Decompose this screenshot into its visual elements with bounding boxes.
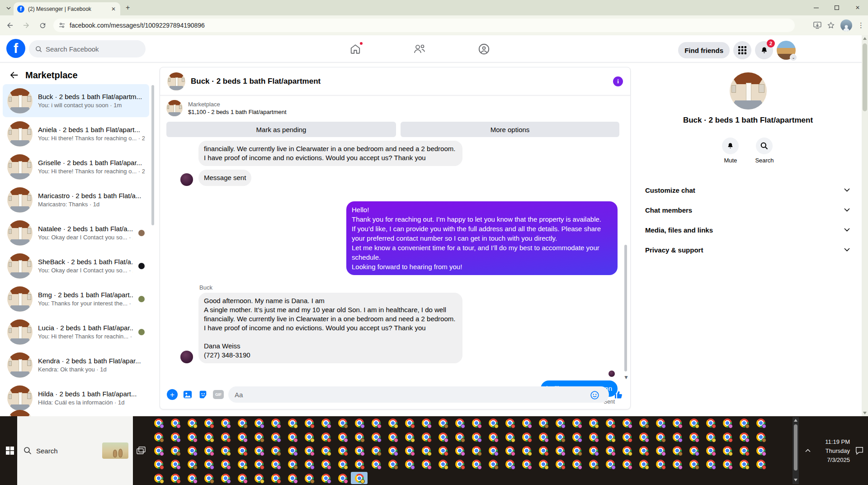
- chrome-window-icon[interactable]: [535, 444, 552, 457]
- scroll-up-icon[interactable]: [794, 419, 797, 422]
- chrome-window-icon[interactable]: [401, 444, 418, 457]
- chrome-window-icon[interactable]: [301, 457, 317, 471]
- chrome-window-icon[interactable]: [468, 457, 485, 471]
- chrome-window-icon[interactable]: [702, 457, 719, 471]
- chrome-window-icon[interactable]: [351, 457, 368, 471]
- chrome-window-icon[interactable]: [685, 457, 702, 471]
- chrome-window-icon[interactable]: [752, 430, 769, 443]
- chrome-window-icon[interactable]: [418, 444, 434, 457]
- chrome-window-icon[interactable]: [552, 416, 568, 430]
- chrome-window-icon[interactable]: [150, 471, 167, 485]
- chrome-window-icon[interactable]: [468, 430, 485, 443]
- chrome-window-icon[interactable]: [250, 416, 267, 430]
- chrome-window-icon[interactable]: [167, 457, 184, 471]
- details-section-row[interactable]: Media, files and links: [634, 220, 862, 240]
- chrome-window-icon[interactable]: [501, 444, 518, 457]
- chrome-window-icon[interactable]: [518, 444, 535, 457]
- chrome-window-icon[interactable]: [217, 416, 234, 430]
- taskbar-clock[interactable]: 11:19 PM Thursday 7/3/2025: [812, 437, 850, 465]
- chrome-window-icon[interactable]: [184, 430, 200, 443]
- chrome-window-icon[interactable]: [250, 444, 267, 457]
- chrome-window-icon[interactable]: [267, 430, 284, 443]
- chrome-window-icon[interactable]: [217, 430, 234, 443]
- chrome-window-icon[interactable]: [334, 430, 351, 443]
- chrome-window-icon[interactable]: [200, 430, 217, 443]
- chrome-window-icon[interactable]: [602, 444, 618, 457]
- chrome-window-icon[interactable]: [602, 416, 618, 430]
- chrome-window-icon[interactable]: [184, 444, 200, 457]
- chrome-window-icon[interactable]: [685, 444, 702, 457]
- chrome-window-icon[interactable]: [401, 430, 418, 443]
- chrome-window-icon[interactable]: [602, 430, 618, 443]
- profile-avatar[interactable]: ⌄: [777, 41, 796, 60]
- chrome-window-icon[interactable]: [719, 416, 736, 430]
- chrome-window-icon[interactable]: [635, 444, 652, 457]
- chrome-window-icon[interactable]: [267, 457, 284, 471]
- conversation-item[interactable]: Hilda · 2 beds 1 bath Flat/apart... Hild…: [3, 381, 149, 414]
- chrome-window-icon[interactable]: [635, 457, 652, 471]
- chrome-window-icon[interactable]: [351, 444, 368, 457]
- chrome-window-icon[interactable]: [518, 457, 535, 471]
- chrome-window-icon[interactable]: [669, 457, 685, 471]
- tab-close-icon[interactable]: ✕: [110, 6, 117, 12]
- chrome-window-icon[interactable]: [434, 444, 451, 457]
- chrome-window-icon[interactable]: [618, 444, 635, 457]
- chrome-window-icon[interactable]: [552, 430, 568, 443]
- chrome-window-icon[interactable]: [234, 444, 250, 457]
- photo-attach-icon[interactable]: [182, 389, 193, 400]
- chrome-window-icon[interactable]: [384, 416, 401, 430]
- sidebar-scrollbar-thumb[interactable]: [151, 85, 154, 225]
- conversation-item[interactable]: Maricastro · 2 beds 1 bath Flat/a... Mar…: [3, 183, 149, 216]
- chrome-window-icon[interactable]: [384, 457, 401, 471]
- chrome-window-icon[interactable]: [234, 430, 250, 443]
- site-settings-icon[interactable]: [59, 22, 65, 29]
- chrome-window-icon[interactable]: [552, 457, 568, 471]
- chrome-window-icon[interactable]: [418, 457, 434, 471]
- search-in-conversation-button[interactable]: Search: [755, 138, 774, 164]
- start-button[interactable]: [4, 416, 16, 485]
- conversation-item[interactable]: Buck · 2 beds 1 bath Flat/apartm... You:…: [3, 84, 149, 117]
- chrome-window-icon[interactable]: [501, 430, 518, 443]
- chrome-window-icon[interactable]: [652, 416, 669, 430]
- chrome-window-icon[interactable]: [434, 430, 451, 443]
- tab-search-icon[interactable]: [4, 3, 13, 13]
- conversation-item[interactable]: Natalee · 2 beds 1 bath Flat/a... You: O…: [3, 216, 149, 249]
- taskbar-scrollbar-thumb[interactable]: [794, 424, 797, 471]
- chrome-window-icon[interactable]: [434, 416, 451, 430]
- chrome-window-icon[interactable]: [669, 444, 685, 457]
- chrome-window-icon[interactable]: [167, 430, 184, 443]
- chrome-window-icon[interactable]: [652, 430, 669, 443]
- chrome-window-icon[interactable]: [351, 472, 368, 484]
- chrome-window-icon[interactable]: [451, 457, 468, 471]
- url-bar[interactable]: facebook.com/messages/t/1009229789419089…: [53, 19, 795, 32]
- task-view-button[interactable]: [135, 416, 147, 485]
- chrome-window-icon[interactable]: [284, 444, 301, 457]
- chrome-window-icon[interactable]: [301, 444, 317, 457]
- chrome-window-icon[interactable]: [719, 444, 736, 457]
- emoji-icon[interactable]: [589, 390, 600, 400]
- taskbar-scrollbar[interactable]: [793, 417, 799, 484]
- more-options-button[interactable]: More options: [401, 122, 619, 137]
- action-center-button[interactable]: [853, 416, 866, 485]
- chrome-window-icon[interactable]: [334, 444, 351, 457]
- chrome-window-icon[interactable]: [752, 444, 769, 457]
- install-app-icon[interactable]: [813, 22, 821, 29]
- chrome-window-icon[interactable]: [200, 471, 217, 485]
- conversation-item[interactable]: SheBack · 2 beds 1 bath Flat/a... You: O…: [3, 249, 149, 282]
- chrome-window-icon[interactable]: [652, 457, 669, 471]
- chrome-window-icon[interactable]: [602, 457, 618, 471]
- chrome-window-icon[interactable]: [250, 430, 267, 443]
- groups-nav-icon[interactable]: [476, 42, 491, 56]
- chrome-window-icon[interactable]: [451, 444, 468, 457]
- chrome-window-icon[interactable]: [535, 457, 552, 471]
- chrome-window-icon[interactable]: [150, 444, 167, 457]
- page-scrollbar[interactable]: [862, 35, 868, 416]
- chrome-window-icon[interactable]: [234, 457, 250, 471]
- chrome-window-icon[interactable]: [317, 416, 334, 430]
- chrome-window-icon[interactable]: [234, 471, 250, 485]
- chrome-window-icon[interactable]: [184, 471, 200, 485]
- chrome-window-icon[interactable]: [585, 430, 602, 443]
- chrome-window-icon[interactable]: [585, 444, 602, 457]
- chrome-window-icon[interactable]: [736, 430, 752, 443]
- search-highlight-image[interactable]: [102, 442, 128, 459]
